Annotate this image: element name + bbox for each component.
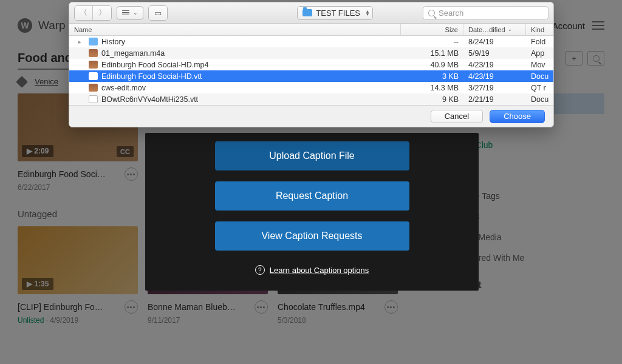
request-caption-button[interactable]: Request Caption [215,181,409,211]
file-icon [89,61,98,69]
sheet-footer: Cancel Choose [69,105,553,127]
file-icon [89,38,98,46]
nav-segment: 〈 〉 [74,5,112,21]
file-name: Edinburgh Food Social-HD.vtt [101,72,202,81]
list-view-icon [122,10,129,16]
file-name: History [101,38,125,46]
search-icon [428,10,435,16]
file-kind: Docu [526,72,553,81]
file-kind: Docu [526,95,553,104]
file-row[interactable]: Edinburgh Food Social-HD.vtt3 KB4/23/19D… [69,70,553,82]
nav-forward-button[interactable]: 〉 [93,6,111,20]
file-row[interactable]: Edinburgh Food Social-HD.mp440.9 MB4/23/… [69,59,553,70]
file-size: 14.3 MB [401,84,463,92]
sort-down-icon: ⌄ [508,27,512,32]
view-mode-button[interactable]: ⌄ [117,6,143,20]
file-row[interactable]: cws-edit.mov14.3 MB3/27/19QT r [69,82,553,93]
file-size: 3 KB [401,72,463,81]
learn-caption-link[interactable]: ? Learn about Caption options [255,265,369,275]
file-date: 4/23/19 [463,61,526,69]
col-name[interactable]: Name [69,24,401,35]
folder-name: TEST FILES [316,8,360,18]
file-size: 9 KB [401,95,463,104]
file-name: Edinburgh Food Social-HD.mp4 [101,61,208,69]
sheet-toolbar: 〈 〉 ⌄ ▭ TEST FILES ▴▾ Search [69,2,553,24]
view-caption-requests-button[interactable]: View Caption Requests [215,221,409,251]
file-date: 5/9/19 [463,49,526,58]
nav-back-button[interactable]: 〈 [75,6,93,20]
file-open-sheet: 〈 〉 ⌄ ▭ TEST FILES ▴▾ Search Name Size D… [69,2,554,127]
file-row[interactable]: ▸History--8/24/19Fold [69,36,553,47]
file-date: 3/27/19 [463,84,526,92]
col-size[interactable]: Size [401,24,463,35]
file-list: ▸History--8/24/19Fold01_megaman.m4a15.1 … [69,36,553,105]
file-kind: Mov [526,61,553,69]
file-size: -- [401,38,463,46]
file-icon [89,72,98,80]
upload-caption-button[interactable]: Upload Caption File [215,141,409,170]
file-icon [89,84,98,92]
file-row[interactable]: BOwtRc6nVYv4oMtHi235.vtt9 KB2/21/19Docu [69,93,553,105]
col-date[interactable]: Date…dified⌄ [463,24,526,35]
file-icon [89,49,98,57]
file-size: 40.9 MB [401,61,463,69]
column-headers: Name Size Date…dified⌄ Kind [69,24,553,36]
file-name: BOwtRc6nVYv4oMtHi235.vtt [101,95,198,104]
file-row[interactable]: 01_megaman.m4a15.1 MB5/9/19App [69,47,553,59]
caption-modal: Upload Caption File Request Caption View… [145,133,479,291]
learn-caption-label: Learn about Caption options [270,266,369,275]
chevron-down-icon: ⌄ [133,10,138,16]
folder-popup[interactable]: TEST FILES ▴▾ [297,6,373,20]
file-kind: QT r [526,84,553,92]
folder-icon [302,9,312,16]
file-name: cws-edit.mov [101,84,146,92]
file-date: 2/21/19 [463,95,526,104]
help-icon: ? [255,265,265,275]
file-name: 01_megaman.m4a [101,49,165,58]
search-field[interactable]: Search [423,6,549,20]
file-kind: App [526,49,553,58]
file-kind: Fold [526,38,553,46]
disclosure-icon: ▸ [74,39,85,45]
group-segment: ▭ [148,5,168,21]
search-placeholder: Search [439,8,463,18]
file-date: 8/24/19 [463,38,526,46]
file-date: 4/23/19 [463,72,526,81]
updown-icon: ▴▾ [366,10,369,16]
cancel-button[interactable]: Cancel [431,110,483,123]
group-button[interactable]: ▭ [149,6,167,20]
file-icon [89,95,98,103]
file-size: 15.1 MB [401,49,463,58]
col-kind[interactable]: Kind [526,24,553,35]
choose-button[interactable]: Choose [490,110,545,123]
